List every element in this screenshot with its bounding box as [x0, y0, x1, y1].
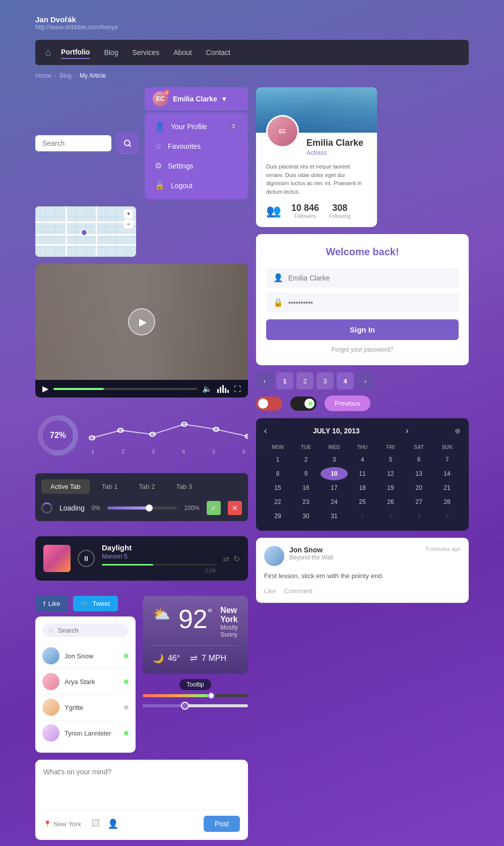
- cal-day[interactable]: 20: [405, 481, 432, 494]
- cal-day[interactable]: 21: [433, 481, 461, 494]
- menu-item-profile[interactable]: 👤 Your Profile 3: [145, 117, 248, 136]
- cal-day[interactable]: 31: [321, 510, 348, 523]
- cal-day[interactable]: 5: [377, 453, 404, 466]
- cal-day[interactable]: 4: [349, 453, 376, 466]
- menu-item-settings[interactable]: ⚙ Settings: [145, 156, 248, 176]
- cal-day-other[interactable]: 1: [349, 510, 376, 523]
- slider-main[interactable]: [143, 694, 248, 697]
- search-button[interactable]: [116, 132, 139, 154]
- facebook-like-button[interactable]: f Like: [35, 596, 68, 611]
- post-button[interactable]: Post: [204, 816, 240, 832]
- page-2-button[interactable]: 2: [296, 372, 313, 389]
- progress-slider[interactable]: [107, 506, 177, 510]
- play-button[interactable]: ▶: [128, 308, 155, 335]
- previous-button[interactable]: Previous: [325, 396, 370, 411]
- twitter-icon: 🐦: [81, 600, 89, 607]
- nav-item-portfolio[interactable]: Portfolio: [61, 46, 90, 59]
- tab-3[interactable]: Tab 3: [167, 479, 201, 494]
- signin-button[interactable]: Sign In: [266, 319, 459, 340]
- video-play-ctrl[interactable]: ▶: [42, 384, 48, 393]
- nav-item-services[interactable]: Services: [132, 46, 159, 59]
- cal-day[interactable]: 22: [264, 495, 291, 509]
- cal-day[interactable]: 12: [377, 467, 404, 480]
- activity-like-button[interactable]: Like: [264, 587, 276, 595]
- cal-day[interactable]: 14: [433, 467, 461, 480]
- cal-day[interactable]: 24: [321, 495, 348, 509]
- username-field[interactable]: [288, 274, 452, 282]
- cal-day[interactable]: 18: [349, 481, 376, 494]
- breadcrumb-home[interactable]: Home: [35, 72, 51, 79]
- password-field[interactable]: [288, 299, 452, 307]
- cal-day[interactable]: 29: [264, 510, 291, 523]
- cal-day-other[interactable]: 2: [377, 510, 404, 523]
- menu-item-favourites[interactable]: ☆ Favourites: [145, 136, 248, 156]
- cal-day[interactable]: 1: [264, 453, 291, 466]
- volume-icon[interactable]: 🔈: [202, 384, 212, 393]
- cal-day[interactable]: 19: [377, 481, 404, 494]
- cal-day-today[interactable]: 10: [321, 467, 348, 480]
- video-progress-bar[interactable]: [53, 388, 197, 390]
- cal-day[interactable]: 8: [264, 467, 291, 480]
- cal-day[interactable]: 26: [377, 495, 404, 509]
- search-input[interactable]: [42, 139, 104, 147]
- cal-day[interactable]: 30: [292, 510, 320, 523]
- cal-day[interactable]: 27: [405, 495, 432, 509]
- post-textarea[interactable]: [43, 768, 240, 803]
- music-time: 2:04: [102, 568, 216, 574]
- status-dot-arya: [124, 680, 129, 684]
- music-progress-bar[interactable]: [102, 564, 216, 566]
- repeat-button[interactable]: ↻: [233, 554, 240, 563]
- cal-day[interactable]: 11: [349, 467, 376, 480]
- toggle-off[interactable]: [256, 397, 282, 411]
- page-3-button[interactable]: 3: [317, 372, 334, 389]
- calendar-prev-button[interactable]: ‹: [264, 426, 267, 435]
- cal-day[interactable]: 28: [433, 495, 461, 509]
- activity-comment-button[interactable]: Comment: [284, 587, 312, 595]
- cal-day-other[interactable]: 3: [405, 510, 432, 523]
- pause-button[interactable]: ⏸: [78, 550, 95, 567]
- confirm-button[interactable]: ✓: [207, 501, 221, 515]
- cal-day[interactable]: 3: [321, 453, 348, 466]
- shuffle-button[interactable]: ⇄: [223, 554, 229, 563]
- cal-day[interactable]: 7: [433, 453, 461, 466]
- user-search-input[interactable]: [57, 627, 122, 634]
- calendar-next-button[interactable]: ›: [406, 426, 408, 435]
- map-widget[interactable]: + −: [35, 206, 136, 257]
- map-zoom-out[interactable]: −: [124, 219, 133, 229]
- page-1-button[interactable]: 1: [276, 372, 293, 389]
- twitter-tweet-button[interactable]: 🐦 Tweet: [73, 596, 118, 611]
- nav-item-blog[interactable]: Blog: [104, 46, 118, 59]
- right-column: EC Emilia Clarke Actress Duis placerat n…: [256, 87, 469, 840]
- cancel-button[interactable]: ✕: [228, 501, 242, 515]
- cal-day[interactable]: 23: [292, 495, 320, 509]
- cal-day[interactable]: 25: [349, 495, 376, 509]
- tab-active[interactable]: Active Tab: [41, 479, 90, 494]
- cal-day[interactable]: 13: [405, 467, 432, 480]
- page-4-button[interactable]: 4: [337, 372, 354, 389]
- toggle-on[interactable]: [290, 397, 317, 411]
- home-icon[interactable]: ⌂: [45, 47, 51, 58]
- nav-item-contact[interactable]: Contact: [206, 46, 230, 59]
- cal-day[interactable]: 6: [405, 453, 432, 466]
- page-next-button[interactable]: ›: [357, 372, 374, 389]
- map-zoom-in[interactable]: +: [124, 209, 133, 218]
- fullscreen-button[interactable]: ⛶: [234, 385, 241, 393]
- cal-day[interactable]: 16: [292, 481, 320, 494]
- calendar-edit-button[interactable]: ⊕: [455, 427, 461, 435]
- cal-day-other[interactable]: 4: [433, 510, 461, 523]
- page-prev-button[interactable]: ‹: [256, 372, 273, 389]
- profile-bio: Duis placerat nisi et neque laoreet orna…: [266, 162, 367, 196]
- cal-day[interactable]: 17: [321, 481, 348, 494]
- tab-1[interactable]: Tab 1: [93, 479, 127, 494]
- cal-day[interactable]: 2: [292, 453, 320, 466]
- nav-item-about[interactable]: About: [173, 46, 192, 59]
- user-dropdown-trigger[interactable]: EC 1 Emilia Clarke ▾: [145, 87, 248, 110]
- cal-day[interactable]: 9: [292, 467, 320, 480]
- forgot-password-link[interactable]: Forgot your password?: [266, 346, 459, 353]
- slider-secondary[interactable]: [143, 704, 248, 707]
- cal-day[interactable]: 15: [264, 481, 291, 494]
- tab-2[interactable]: Tab 2: [130, 479, 164, 494]
- breadcrumb-blog[interactable]: Blog: [59, 72, 72, 79]
- search-input-wrap[interactable]: [35, 135, 111, 151]
- menu-item-logout[interactable]: 🔒 Logout: [145, 176, 248, 195]
